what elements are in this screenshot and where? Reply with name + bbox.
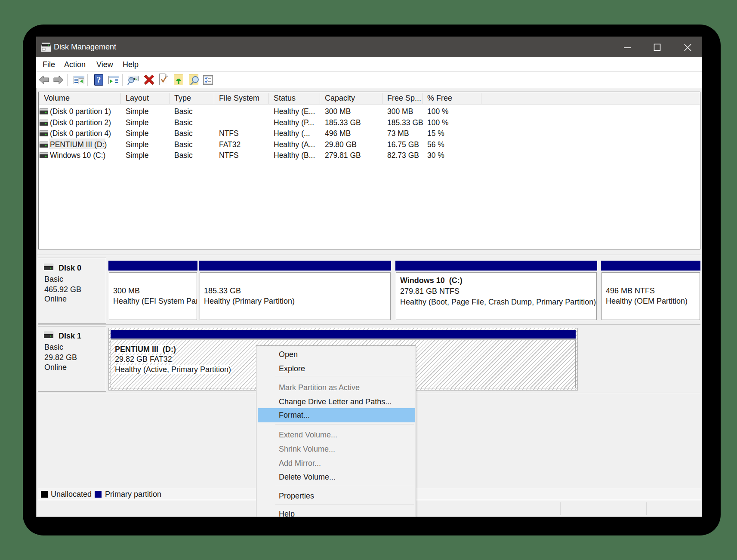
svg-text:?: ? bbox=[97, 75, 101, 84]
